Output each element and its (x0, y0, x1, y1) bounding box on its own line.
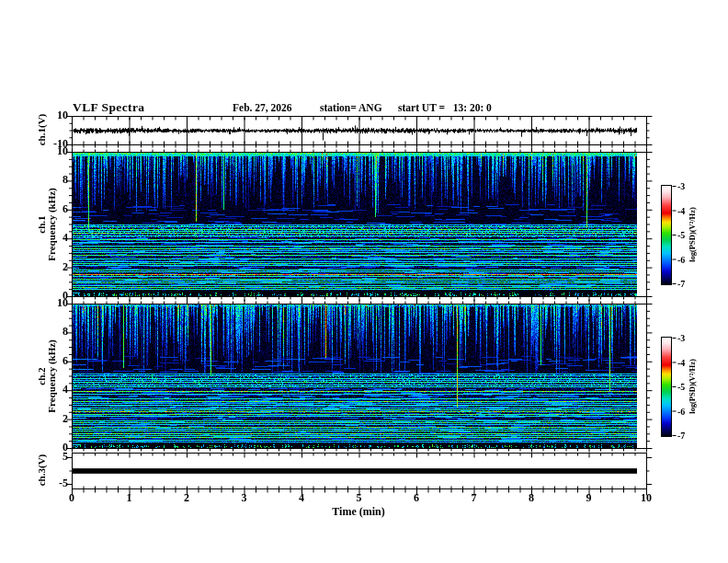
tick-label: 8 (39, 326, 68, 338)
tick-label: 10 (631, 492, 661, 504)
tick-label: -10 (39, 138, 68, 150)
tick-label: -6 (677, 407, 685, 417)
tick-label: -6 (677, 255, 685, 265)
tick-label: 2 (172, 492, 201, 504)
colorbar1-title: log(PSD)(V²/Hz) (688, 207, 697, 262)
tick-label: -5 (39, 477, 68, 489)
spec2-axis-label-line2: Frequency (kHz) (47, 339, 57, 413)
tick-label: 0 (57, 492, 86, 504)
tick-label: 10 (39, 297, 68, 309)
date-label: Feb. 27, 2026 (233, 102, 292, 113)
tick-label: 10 (39, 109, 68, 121)
tick-label: 2 (39, 261, 68, 273)
tick-label: 8 (517, 492, 546, 504)
tick-label: 2 (39, 413, 68, 425)
tick-label: 4 (39, 384, 68, 396)
tick-label: -4 (677, 206, 685, 216)
tick-label: 6 (402, 492, 431, 504)
tick-label: 3 (230, 492, 259, 504)
colorbar-1 (661, 185, 672, 285)
start-ut-label: start UT = 13: 20: 0 (398, 102, 492, 113)
spec2-axis-label: ch.2 Frequency (kHz) (37, 339, 57, 413)
tick-label: -7 (677, 279, 685, 289)
tick-label: 1 (115, 492, 144, 504)
tick-label: -3 (677, 181, 685, 191)
tick-label: 5 (39, 451, 68, 463)
ch2-spectrogram (73, 304, 637, 448)
x-axis-title: Time (min) (332, 505, 384, 519)
tick-label: 6 (39, 203, 68, 215)
tick-label: -5 (677, 230, 685, 240)
vlf-spectra-figure: VLF Spectra Feb. 27, 2026 station= ANG s… (0, 0, 728, 563)
tick-label: 5 (345, 492, 374, 504)
page-title: VLF Spectra (73, 100, 145, 115)
colorbar-2 (661, 337, 672, 437)
tick-label: -5 (677, 382, 685, 392)
spec1-axis-label: ch.1 Frequency (kHz) (37, 188, 57, 261)
tick-label: 4 (39, 232, 68, 244)
tick-label: 4 (287, 492, 316, 504)
ch3-voltage-trace (73, 454, 637, 488)
tick-label: -7 (677, 431, 685, 441)
ch1-voltage-waveform (73, 117, 637, 144)
spec1-axis-label-line2: Frequency (kHz) (47, 188, 57, 261)
tick-label: 9 (574, 492, 604, 504)
colorbar2-title: log(PSD)(V²/Hz) (688, 359, 697, 414)
tick-label: -3 (677, 333, 685, 343)
tick-label: 6 (39, 355, 68, 367)
ch1-spectrogram (73, 153, 637, 296)
tick-label: -4 (677, 358, 685, 368)
tick-label: 8 (39, 174, 68, 186)
station-label: station= ANG (320, 102, 382, 113)
tick-label: 7 (460, 492, 489, 504)
